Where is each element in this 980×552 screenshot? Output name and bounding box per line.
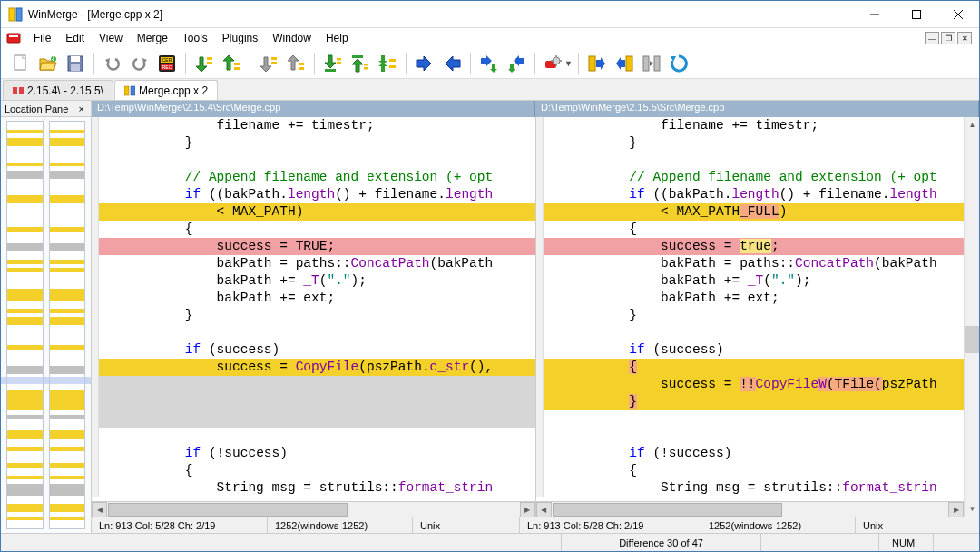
location-pane-close[interactable]: ×	[76, 104, 87, 114]
copy-right-button[interactable]	[412, 51, 437, 76]
code-line[interactable]: bakPath += _T(".");	[92, 272, 535, 290]
close-button[interactable]	[937, 1, 979, 28]
right-code-view[interactable]: filename += timestr; } // Append filenam…	[536, 117, 980, 501]
code-line[interactable]: bakPath += _T(".");	[536, 272, 965, 290]
copy-right-advance-button[interactable]	[476, 51, 502, 76]
current-diff-button[interactable]	[375, 51, 400, 76]
tab-label: Merge.cpp x 2	[139, 84, 208, 97]
all-right-button[interactable]	[584, 51, 610, 76]
code-line[interactable]: bakPath += ext;	[536, 290, 965, 307]
code-line[interactable]: String msg = strutils::format_strin	[92, 479, 535, 497]
code-line[interactable]: if ((bakPath.length() + filename.length	[536, 186, 965, 203]
code-line[interactable]: bakPath = paths::ConcatPath(bakPath	[536, 255, 965, 272]
left-pane-header[interactable]: D:\Temp\WinMerge\2.15.4\Src\Merge.cpp	[92, 101, 535, 117]
code-line[interactable]	[92, 376, 535, 393]
code-line[interactable]: filename += timestr;	[536, 117, 965, 134]
svg-rect-29	[352, 55, 363, 58]
next-diff-gray-button[interactable]	[256, 51, 281, 76]
code-line[interactable]: if (!success)	[536, 445, 965, 462]
code-line[interactable]: success = true;	[536, 238, 965, 255]
code-line[interactable]: < MAX_PATH)	[92, 203, 535, 221]
code-line[interactable]: {	[92, 462, 535, 479]
code-line[interactable]	[536, 428, 965, 445]
code-line[interactable]	[92, 410, 535, 428]
last-diff-button[interactable]	[320, 51, 346, 76]
menu-window[interactable]: Window	[265, 30, 318, 46]
menu-help[interactable]: Help	[318, 30, 356, 46]
menu-plugins[interactable]: Plugins	[215, 30, 265, 46]
code-line[interactable]: if (!success)	[92, 445, 535, 462]
all-left-button[interactable]	[612, 51, 637, 76]
code-line[interactable]: {	[536, 462, 965, 479]
code-line[interactable]: filename += timestr;	[92, 117, 535, 134]
minimize-button[interactable]	[854, 1, 896, 28]
menu-file[interactable]: File	[26, 30, 58, 46]
code-line[interactable]: < MAX_PATH_FULL)	[536, 203, 965, 221]
location-bar-right[interactable]	[49, 121, 86, 529]
copy-left-button[interactable]	[439, 51, 465, 76]
code-line[interactable]	[536, 410, 965, 428]
code-line[interactable]	[92, 428, 535, 445]
code-line[interactable]: success = CopyFile(pszPath.c_str(),	[92, 359, 535, 376]
code-line[interactable]: // Append filename and extension (+ opt	[92, 169, 535, 186]
code-line[interactable]: }	[536, 307, 965, 324]
refresh-button[interactable]	[666, 51, 691, 76]
mdi-restore-button[interactable]: ❐	[941, 32, 956, 44]
swap-button[interactable]	[639, 51, 664, 76]
options-button[interactable]	[541, 51, 566, 76]
code-line[interactable]: if ((bakPath.length() + filename.length	[92, 186, 535, 203]
copy-left-advance-button[interactable]	[504, 51, 529, 76]
redo-button[interactable]	[127, 51, 152, 76]
code-line[interactable]: {	[536, 221, 965, 238]
code-line[interactable]: bakPath = paths::ConcatPath(bakPath	[92, 255, 535, 272]
code-line[interactable]: }	[536, 393, 965, 410]
undo-button[interactable]	[100, 51, 125, 76]
menu-edit[interactable]: Edit	[58, 30, 92, 46]
code-line[interactable]: if (success)	[536, 341, 965, 359]
open-button[interactable]	[35, 51, 61, 76]
svg-rect-37	[626, 56, 632, 71]
code-line[interactable]: if (success)	[92, 341, 535, 359]
code-line[interactable]: }	[92, 307, 535, 324]
mdi-close-button[interactable]: ✕	[957, 32, 972, 44]
maximize-button[interactable]	[896, 1, 937, 28]
record-button[interactable]: CERREC	[154, 51, 180, 76]
location-bar-left[interactable]	[6, 121, 44, 529]
code-line[interactable]: {	[536, 359, 965, 376]
left-code-view[interactable]: filename += timestr; } // Append filenam…	[92, 117, 535, 501]
right-hscrollbar[interactable]: ◀ ▶	[536, 501, 980, 517]
save-button[interactable]	[63, 51, 88, 76]
code-line[interactable]: success = TRUE;	[92, 238, 535, 255]
options-dropdown[interactable]: ▼	[564, 59, 573, 68]
code-line[interactable]	[536, 324, 965, 341]
left-hscrollbar[interactable]: ◀ ▶	[92, 501, 535, 517]
code-line[interactable]: bakPath += ext;	[92, 290, 535, 307]
code-line[interactable]: String msg = strutils::format_strin	[536, 479, 965, 497]
vscrollbar[interactable]: ▲ ▼	[964, 117, 979, 517]
prev-diff-button[interactable]	[219, 51, 244, 76]
next-diff-button[interactable]	[191, 51, 217, 76]
code-line[interactable]: {	[92, 221, 535, 238]
mdi-minimize-button[interactable]: —	[925, 32, 939, 44]
new-button[interactable]	[8, 51, 34, 76]
prev-diff-gray-button[interactable]	[283, 51, 309, 76]
code-line[interactable]	[92, 393, 535, 410]
code-line[interactable]: // Append filename and extension (+ opt	[536, 169, 965, 186]
first-diff-button[interactable]	[348, 51, 373, 76]
code-line[interactable]	[92, 324, 535, 341]
menu-tools[interactable]: Tools	[175, 30, 215, 46]
right-pane-header[interactable]: D:\Temp\WinMerge\2.15.5\Src\Merge.cpp	[535, 101, 979, 117]
code-line[interactable]: }	[536, 134, 965, 152]
code-line[interactable]: }	[92, 134, 535, 152]
tab-folder-compare[interactable]: 2.15.4\ - 2.15.5\	[3, 80, 113, 100]
menu-view[interactable]: View	[92, 30, 130, 46]
svg-rect-11	[71, 56, 80, 62]
code-line[interactable]	[92, 152, 535, 169]
svg-rect-7	[9, 35, 18, 37]
svg-rect-23	[271, 62, 277, 64]
menu-merge[interactable]: Merge	[130, 30, 175, 46]
tab-file-compare[interactable]: Merge.cpp x 2	[114, 80, 218, 100]
code-line[interactable]	[536, 152, 965, 169]
code-line[interactable]: success = !!CopyFileW(TFile(pszPath	[536, 376, 965, 393]
location-pane-body[interactable]	[1, 117, 91, 533]
